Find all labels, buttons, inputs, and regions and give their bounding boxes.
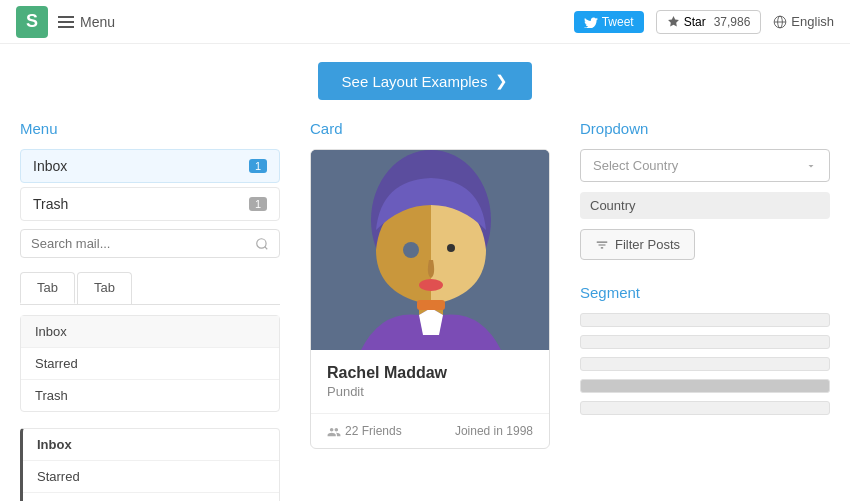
globe-icon bbox=[773, 15, 787, 29]
hamburger-icon bbox=[58, 16, 74, 28]
joined-info: Joined in 1998 bbox=[455, 424, 533, 438]
chevron-down-icon bbox=[805, 160, 817, 172]
list-item[interactable]: Starred bbox=[23, 461, 279, 493]
tab-1[interactable]: Tab bbox=[20, 272, 75, 304]
inbox-badge: 1 bbox=[249, 159, 267, 173]
right-section: Dropdown Select Country Country Filter P… bbox=[580, 120, 830, 501]
friends-count: 22 Friends bbox=[327, 424, 402, 438]
dropdown-section-title: Dropdown bbox=[580, 120, 830, 137]
filter-icon bbox=[595, 238, 609, 252]
face-illustration bbox=[311, 150, 549, 350]
svg-line-4 bbox=[265, 246, 268, 249]
search-input[interactable] bbox=[31, 236, 255, 251]
segment-bar-5 bbox=[580, 401, 830, 415]
search-box[interactable] bbox=[20, 229, 280, 258]
friends-icon bbox=[327, 425, 341, 437]
logo: S bbox=[16, 6, 48, 38]
tweet-button[interactable]: Tweet bbox=[574, 11, 644, 33]
list-item[interactable]: Inbox bbox=[23, 429, 279, 461]
trash-badge: 1 bbox=[249, 197, 267, 211]
star-button[interactable]: Star 37,986 bbox=[656, 10, 762, 34]
card-subtitle: Pundit bbox=[327, 384, 533, 399]
border-list: Inbox Starred Trash bbox=[20, 428, 280, 501]
tab-group: Tab Tab bbox=[20, 272, 280, 305]
segment-section: Segment bbox=[580, 284, 830, 415]
segment-section-title: Segment bbox=[580, 284, 830, 301]
svg-point-7 bbox=[403, 242, 419, 258]
list-item[interactable]: Inbox bbox=[21, 316, 279, 348]
card-section: Card bbox=[310, 120, 550, 501]
card-body: Rachel Maddaw Pundit bbox=[311, 350, 549, 413]
star-icon bbox=[667, 15, 680, 28]
svg-point-9 bbox=[419, 279, 443, 291]
segment-bar-4 bbox=[580, 379, 830, 393]
topnav-right: Tweet Star 37,986 English bbox=[574, 10, 834, 34]
main-content: Menu Inbox 1 Trash 1 Tab Tab bbox=[0, 120, 850, 501]
filter-posts-button[interactable]: Filter Posts bbox=[580, 229, 695, 260]
see-layout-button[interactable]: See Layout Examples ❯ bbox=[318, 62, 533, 100]
country-label: Country bbox=[580, 192, 830, 219]
country-select[interactable]: Select Country bbox=[580, 149, 830, 182]
svg-point-8 bbox=[447, 244, 455, 252]
banner: See Layout Examples ❯ bbox=[0, 44, 850, 120]
card-name: Rachel Maddaw bbox=[327, 364, 533, 382]
card-section-title: Card bbox=[310, 120, 550, 137]
list-item[interactable]: Starred bbox=[21, 348, 279, 380]
twitter-icon bbox=[584, 16, 598, 28]
card-image bbox=[311, 150, 549, 350]
topnav-left: S Menu bbox=[16, 6, 115, 38]
dropdown-section: Dropdown Select Country Country Filter P… bbox=[580, 120, 830, 260]
list-item[interactable]: Trash bbox=[23, 493, 279, 501]
simple-list-1: Inbox Starred Trash bbox=[20, 315, 280, 412]
svg-point-3 bbox=[257, 238, 266, 247]
segment-bar-3 bbox=[580, 357, 830, 371]
svg-rect-11 bbox=[417, 300, 445, 310]
list-item[interactable]: Trash bbox=[21, 380, 279, 411]
language-selector[interactable]: English bbox=[773, 14, 834, 29]
menu-section-title: Menu bbox=[20, 120, 280, 137]
card-footer: 22 Friends Joined in 1998 bbox=[311, 413, 549, 448]
topnav: S Menu Tweet Star 37,986 bbox=[0, 0, 850, 44]
menu-toggle[interactable]: Menu bbox=[58, 14, 115, 30]
profile-card: Rachel Maddaw Pundit 22 Friends Joined i… bbox=[310, 149, 550, 449]
segment-bar-2 bbox=[580, 335, 830, 349]
menu-section: Menu Inbox 1 Trash 1 Tab Tab bbox=[20, 120, 280, 501]
segment-bar-1 bbox=[580, 313, 830, 327]
search-icon bbox=[255, 237, 269, 251]
trash-menu-item[interactable]: Trash 1 bbox=[20, 187, 280, 221]
tab-2[interactable]: Tab bbox=[77, 272, 132, 304]
arrow-icon: ❯ bbox=[495, 72, 508, 90]
inbox-menu-item[interactable]: Inbox 1 bbox=[20, 149, 280, 183]
